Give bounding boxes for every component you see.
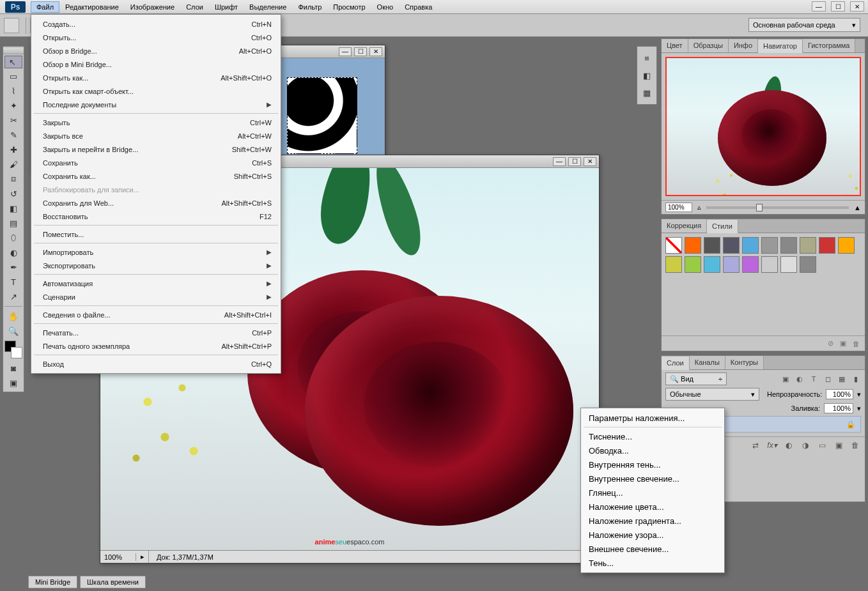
healing-tool[interactable]: ✚ (4, 142, 22, 157)
file-menu-item[interactable]: Закрыть и перейти в Bridge...Shift+Ctrl+… (31, 142, 281, 156)
doc-close-button[interactable]: ✕ (369, 47, 382, 56)
file-menu-item[interactable]: Печатать...Ctrl+P (31, 326, 281, 339)
file-menu-item[interactable]: Сведения о файле...Alt+Shift+Ctrl+I (31, 308, 281, 321)
style-swatch[interactable] (685, 237, 701, 254)
style-swatch[interactable] (819, 237, 835, 254)
tab-mini-bridge[interactable]: Mini Bridge (28, 576, 77, 588)
file-menu-item[interactable]: Сохранить как...Shift+Ctrl+S (31, 169, 281, 183)
doc-close-button[interactable]: ✕ (584, 157, 596, 166)
pen-tool[interactable]: ✒ (4, 260, 22, 274)
style-swatch[interactable] (704, 237, 720, 254)
dodge-tool[interactable]: ◐ (4, 245, 22, 259)
file-menu-item[interactable]: Автоматизация▶ (31, 277, 281, 290)
file-menu-item[interactable]: Обзор в Bridge...Alt+Ctrl+O (31, 44, 281, 58)
group-icon[interactable]: ▭ (816, 440, 828, 450)
file-menu-item[interactable]: Открыть...Ctrl+O (31, 31, 281, 44)
filter-image-icon[interactable]: ▣ (780, 374, 791, 384)
file-menu-item[interactable]: Поместить... (31, 227, 281, 241)
menu-справка[interactable]: Справка (399, 1, 438, 13)
opacity-input[interactable]: 100% (826, 389, 853, 399)
context-menu-item[interactable]: Внешнее свечение... (581, 542, 724, 556)
panel-tab[interactable]: Стили (707, 220, 738, 233)
new-style-icon[interactable]: ▣ (840, 339, 846, 348)
no-style-icon[interactable]: ⊘ (828, 339, 833, 348)
panel-tab[interactable]: Навигатор (758, 40, 803, 53)
mask-icon[interactable]: ◐ (783, 440, 794, 450)
filter-smart-icon[interactable]: ▦ (837, 374, 847, 384)
trash-icon[interactable]: 🗑 (853, 340, 860, 348)
maximize-button[interactable]: ☐ (831, 1, 845, 12)
file-menu-item[interactable]: Открыть как смарт-объект... (31, 84, 281, 98)
dock-icon[interactable]: ≡ (638, 50, 656, 66)
style-swatch[interactable] (838, 237, 855, 254)
quickmask-toggle[interactable]: ◙ (4, 361, 22, 375)
context-menu-item[interactable]: Наложение цвета... (581, 500, 724, 514)
context-menu-item[interactable]: Наложение градиента... (581, 514, 724, 528)
panel-tab[interactable]: Слои (662, 357, 690, 370)
zoom-out-icon[interactable]: ▵ (697, 203, 701, 211)
panel-tab[interactable]: Коррекция (662, 219, 707, 233)
file-menu-item[interactable]: Сохранить для Web...Alt+Shift+Ctrl+S (31, 196, 281, 210)
adjustment-icon[interactable]: ◑ (800, 440, 811, 450)
doc-minimize-button[interactable]: — (553, 157, 566, 166)
filter-shape-icon[interactable]: ◻ (823, 374, 833, 384)
blend-mode-select[interactable]: Обычные▾ (665, 388, 759, 401)
menu-файл[interactable]: Файл (31, 1, 59, 13)
context-menu-item[interactable]: Параметры наложения... (581, 411, 724, 425)
context-menu-item[interactable]: Наложение узора... (581, 528, 724, 542)
eyedropper-tool[interactable]: ✎ (4, 128, 22, 142)
chevron-down-icon[interactable]: ▾ (857, 390, 861, 399)
link-layers-icon[interactable]: ⇄ (750, 440, 761, 450)
style-swatch-none[interactable] (665, 237, 682, 254)
style-swatch[interactable] (761, 256, 778, 273)
doc-minimize-button[interactable]: — (339, 47, 352, 56)
history-brush-tool[interactable]: ↺ (4, 187, 22, 201)
filter-toggle[interactable]: ▮ (851, 374, 861, 384)
move-tool[interactable]: ↖ (4, 56, 22, 68)
gradient-tool[interactable]: ▤ (4, 216, 22, 230)
file-menu-item[interactable]: Открыть как...Alt+Shift+Ctrl+O (31, 71, 281, 84)
file-menu-item[interactable]: СохранитьCtrl+S (31, 156, 281, 169)
panel-tab[interactable]: Каналы (690, 356, 725, 369)
doc-maximize-button[interactable]: ☐ (354, 47, 367, 56)
zoom-slider[interactable] (706, 206, 849, 209)
doc-maximize-button[interactable]: ☐ (568, 157, 581, 166)
path-select-tool[interactable]: ↗ (4, 289, 22, 303)
style-swatch[interactable] (723, 256, 740, 273)
file-menu-item[interactable]: ЗакрытьCtrl+W (31, 116, 281, 129)
tool-preset-icon[interactable] (4, 18, 19, 33)
file-menu-item[interactable]: Закрыть всеAlt+Ctrl+W (31, 129, 281, 142)
panel-tab[interactable]: Цвет (662, 39, 688, 52)
file-menu-item[interactable]: ВосстановитьF12 (31, 210, 281, 223)
marquee-tool[interactable]: ▭ (4, 69, 22, 83)
new-layer-icon[interactable]: ▣ (833, 440, 844, 450)
style-swatch[interactable] (723, 237, 740, 254)
type-tool[interactable]: T (4, 275, 22, 289)
quick-select-tool[interactable]: ✦ (4, 98, 22, 112)
status-icon[interactable]: ▸ (136, 551, 149, 563)
navigator-thumbnail[interactable] (665, 57, 861, 196)
style-swatch[interactable] (800, 256, 816, 273)
file-menu-item[interactable]: Экспортировать▶ (31, 259, 281, 272)
screen-mode-toggle[interactable]: ▣ (4, 376, 22, 390)
style-swatch[interactable] (800, 237, 816, 254)
minimize-button[interactable]: — (812, 1, 826, 12)
style-swatch[interactable] (742, 237, 759, 254)
file-menu-item[interactable]: Последние документы▶ (31, 98, 281, 111)
file-menu-item[interactable]: Создать...Ctrl+N (31, 17, 281, 31)
file-menu-item[interactable]: Печать одного экземпляраAlt+Shift+Ctrl+P (31, 339, 281, 353)
panel-tab[interactable]: Контуры (725, 356, 764, 369)
context-menu-item[interactable]: Глянец... (581, 486, 724, 500)
menu-фильтр[interactable]: Фильтр (292, 1, 327, 13)
fx-icon[interactable]: fx▾ (766, 440, 778, 450)
zoom-value[interactable]: 100% (100, 553, 136, 561)
filter-type-icon[interactable]: T (809, 374, 819, 384)
context-menu-item[interactable]: Тень... (581, 556, 724, 570)
trash-icon[interactable]: 🗑 (849, 440, 861, 450)
navigator-zoom-input[interactable]: 100% (665, 203, 692, 212)
menu-окно[interactable]: Окно (371, 1, 399, 13)
file-menu-item[interactable]: Сценарии▶ (31, 290, 281, 303)
style-swatch[interactable] (685, 256, 701, 273)
file-menu-item[interactable]: Импортировать▶ (31, 245, 281, 259)
zoom-in-icon[interactable]: ▲ (854, 204, 861, 211)
